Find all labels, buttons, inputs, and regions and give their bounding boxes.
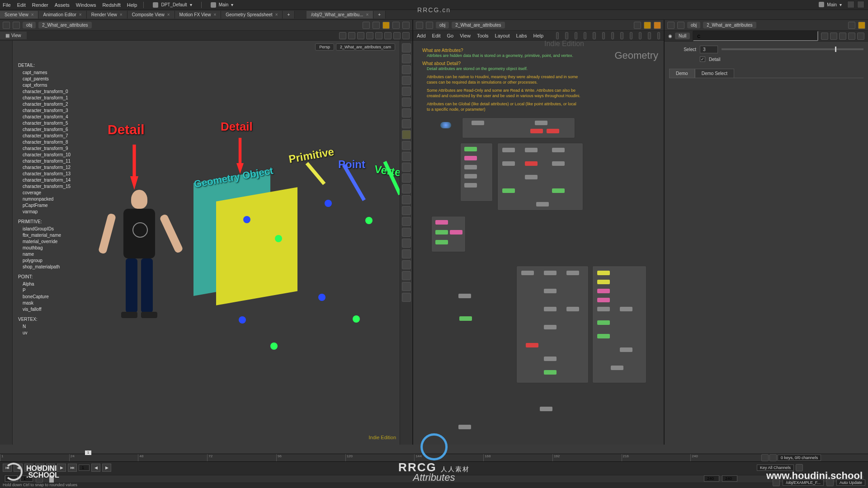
node-group[interactable] [592, 266, 646, 383]
pin-icon[interactable] [634, 22, 641, 29]
tab-render-view[interactable]: Render View× [87, 11, 127, 19]
node[interactable] [611, 366, 623, 370]
menu-assets[interactable]: Assets [55, 2, 70, 8]
wire-icon[interactable] [402, 141, 411, 150]
end-frame-field[interactable] [704, 475, 719, 482]
net-menu-edit[interactable]: Edit [432, 33, 441, 38]
misc-icon[interactable] [402, 206, 411, 215]
misc-icon[interactable] [402, 228, 411, 237]
tool-icon[interactable] [556, 32, 559, 39]
tab-network-path[interactable]: /obj/2_What_are_attribu...× [307, 11, 373, 19]
menu-redshift[interactable]: Redshift [102, 2, 120, 8]
tool-icon[interactable] [593, 32, 595, 39]
select-slider[interactable] [722, 48, 863, 50]
forward-icon[interactable] [426, 22, 433, 29]
snap-icon[interactable] [375, 32, 382, 39]
node-group[interactable] [431, 216, 466, 252]
node[interactable] [502, 161, 515, 166]
node[interactable] [502, 188, 515, 193]
tool-icon[interactable] [602, 32, 605, 39]
path-obj[interactable]: obj [436, 22, 449, 28]
lock2-icon[interactable] [402, 65, 411, 74]
range-right-button[interactable]: ▶ [102, 464, 111, 472]
search-icon[interactable] [648, 32, 651, 39]
eye-icon[interactable] [373, 22, 380, 29]
node[interactable] [597, 298, 610, 302]
tool-icon[interactable] [584, 32, 586, 39]
misc-icon[interactable] [402, 293, 411, 302]
node[interactable] [620, 347, 632, 352]
snap-icon[interactable] [402, 174, 411, 183]
menu-file[interactable]: File [3, 2, 11, 8]
node[interactable] [597, 280, 610, 284]
menu-help[interactable]: Help [127, 2, 137, 8]
display-icon[interactable] [644, 22, 651, 29]
tab-scene-view[interactable]: Scene View× [0, 11, 38, 19]
cam-icon[interactable] [393, 32, 401, 39]
node[interactable] [525, 148, 538, 152]
net-menu-add[interactable]: Add [417, 33, 426, 38]
forward-icon[interactable] [13, 22, 20, 29]
node[interactable] [597, 307, 610, 311]
node-group[interactable] [462, 117, 575, 138]
close-icon[interactable]: × [275, 12, 278, 17]
path-obj[interactable]: obj [23, 22, 36, 28]
iso-icon[interactable] [402, 76, 411, 85]
net-menu-layout[interactable]: Layout [495, 33, 510, 38]
node[interactable] [566, 307, 579, 311]
pin-icon[interactable] [363, 22, 370, 29]
tab-animation-editor[interactable]: Animation Editor× [38, 11, 86, 19]
node[interactable] [435, 240, 448, 244]
layout-button[interactable] [847, 1, 854, 8]
display-icon[interactable] [858, 22, 865, 29]
menu-windows[interactable]: Windows [76, 2, 96, 8]
hud-icon[interactable] [830, 33, 837, 40]
tab-add[interactable]: + [283, 11, 295, 19]
node[interactable] [535, 121, 547, 125]
net-menu-tools[interactable]: Tools [477, 33, 489, 38]
node[interactable] [525, 161, 538, 166]
viewport-3d[interactable]: Persp 2_What_are_attributes_cam DETAIL: … [13, 41, 412, 445]
key-prev-icon[interactable] [761, 454, 769, 461]
help-icon[interactable] [857, 33, 864, 40]
misc-icon[interactable] [402, 260, 411, 269]
tool-icon[interactable] [620, 32, 623, 39]
net-menu-view[interactable]: View [460, 33, 471, 38]
view-tab[interactable]: ▦View [0, 32, 27, 39]
tab-demo-select[interactable]: Demo Select [695, 69, 734, 78]
node[interactable] [552, 161, 565, 166]
tool-icon[interactable] [565, 32, 568, 39]
close-icon[interactable]: × [167, 12, 170, 17]
misc-icon[interactable] [402, 271, 411, 280]
point-icon[interactable] [402, 98, 411, 107]
tab-geo-spreadsheet[interactable]: Geometry Spreadsheet× [221, 11, 283, 19]
lock-icon[interactable] [402, 54, 411, 63]
tool-icon[interactable] [639, 32, 642, 39]
node-group[interactable] [516, 266, 589, 383]
net-menu-labs[interactable]: Labs [516, 33, 527, 38]
node[interactable] [464, 147, 477, 151]
rotate-icon[interactable] [357, 32, 364, 39]
close-icon[interactable]: × [366, 12, 368, 17]
node[interactable] [544, 289, 557, 293]
node[interactable] [525, 175, 538, 179]
home-icon[interactable] [402, 43, 411, 52]
desktop-dropdown[interactable]: Main ▾ [816, 2, 844, 7]
select-field[interactable] [700, 46, 718, 53]
node[interactable] [521, 271, 534, 275]
cam-node[interactable]: 2_What_are_attributes_cam [336, 43, 395, 51]
node[interactable] [536, 202, 549, 206]
node[interactable] [544, 307, 557, 311]
pin-icon[interactable] [848, 22, 855, 29]
network-graph[interactable]: Indie Edition Geometry What are Attribut… [413, 41, 664, 445]
node[interactable] [502, 148, 515, 152]
node[interactable] [552, 188, 565, 193]
misc-icon[interactable] [402, 217, 411, 226]
close-icon[interactable]: × [31, 12, 34, 17]
menu-render[interactable]: Render [32, 2, 48, 8]
quickmark-node[interactable] [440, 122, 451, 128]
node[interactable] [530, 129, 543, 133]
node[interactable] [526, 343, 538, 347]
node[interactable] [552, 148, 565, 152]
gear-icon[interactable] [402, 32, 410, 39]
